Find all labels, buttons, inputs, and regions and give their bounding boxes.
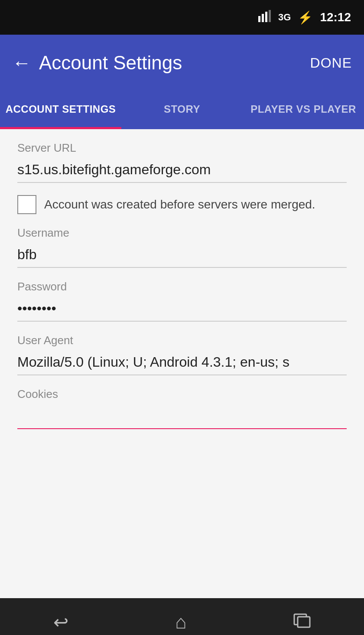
username-label: Username bbox=[17, 226, 347, 240]
server-url-input[interactable] bbox=[17, 158, 347, 183]
password-label: Password bbox=[17, 280, 347, 293]
password-field-group: Password bbox=[17, 280, 347, 322]
user-agent-field-group: User Agent bbox=[17, 334, 347, 375]
nav-recent-icon[interactable] bbox=[293, 612, 311, 632]
svg-rect-0 bbox=[258, 16, 260, 22]
nav-bar: ↩ ⌂ bbox=[0, 598, 364, 635]
app-bar: ← Account Settings DONE bbox=[0, 35, 364, 91]
tab-pvp[interactable]: PLAYER VS PLAYER bbox=[243, 91, 364, 129]
cookies-label: Cookies bbox=[17, 388, 347, 401]
status-bar: 3G ⚡ 12:12 bbox=[0, 0, 364, 35]
merged-servers-checkbox[interactable] bbox=[17, 195, 36, 214]
password-input[interactable] bbox=[17, 297, 347, 322]
checkbox-row: Account was created before servers were … bbox=[17, 195, 347, 214]
tab-account-settings[interactable]: ACCOUNT SETTINGS bbox=[0, 91, 121, 129]
tab-story[interactable]: STORY bbox=[121, 91, 243, 129]
svg-rect-2 bbox=[265, 12, 267, 22]
app-bar-title: Account Settings bbox=[39, 52, 182, 74]
signal-icon bbox=[258, 10, 271, 25]
nav-back-icon[interactable]: ↩ bbox=[53, 612, 68, 633]
svg-rect-3 bbox=[269, 10, 271, 22]
checkbox-label: Account was created before servers were … bbox=[44, 198, 315, 212]
svg-rect-1 bbox=[262, 14, 264, 22]
screen: ← Account Settings DONE ACCOUNT SETTINGS… bbox=[0, 35, 364, 598]
server-url-label: Server URL bbox=[17, 141, 347, 155]
username-field-group: Username bbox=[17, 226, 347, 268]
content-area: Server URL Account was created before se… bbox=[0, 129, 364, 598]
svg-rect-5 bbox=[298, 617, 310, 627]
tab-bar: ACCOUNT SETTINGS STORY PLAYER VS PLAYER bbox=[0, 91, 364, 129]
server-url-field-group: Server URL bbox=[17, 141, 347, 183]
username-input[interactable] bbox=[17, 243, 347, 268]
user-agent-input[interactable] bbox=[17, 351, 347, 375]
cookies-field-group: Cookies bbox=[17, 388, 347, 429]
app-bar-left: ← Account Settings bbox=[12, 52, 182, 74]
done-button[interactable]: DONE bbox=[310, 55, 352, 71]
cookies-input[interactable] bbox=[17, 404, 347, 429]
back-button[interactable]: ← bbox=[12, 53, 31, 72]
battery-icon: ⚡ bbox=[298, 10, 313, 25]
user-agent-label: User Agent bbox=[17, 334, 347, 347]
signal-label: 3G bbox=[278, 12, 291, 23]
clock: 12:12 bbox=[320, 10, 351, 24]
nav-home-icon[interactable]: ⌂ bbox=[175, 611, 187, 633]
